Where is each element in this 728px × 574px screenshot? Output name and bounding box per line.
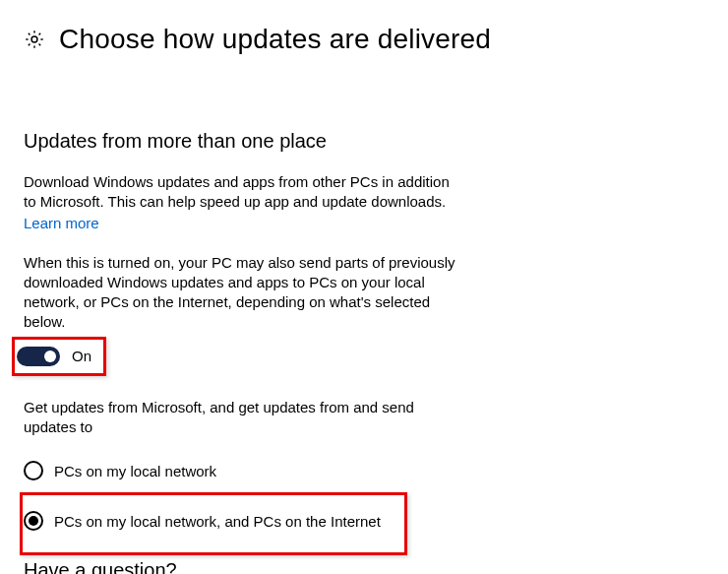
toggle-state-label: On [72,348,91,364]
radio-selected-dot [29,516,38,526]
radio-local-and-internet[interactable]: PCs on my local network, and PCs on the … [24,509,394,533]
radio-icon [24,461,43,480]
delivery-toggle[interactable] [17,347,60,366]
settings-page: Choose how updates are delivered Updates… [0,0,728,555]
gear-icon [24,29,45,50]
radio-highlight-box: PCs on my local network, and PCs on the … [20,492,407,555]
description-1: Download Windows updates and apps from o… [24,172,456,213]
page-title: Choose how updates are delivered [59,24,491,55]
svg-point-0 [31,36,37,42]
radio-label-local: PCs on my local network [54,463,216,479]
description-3: Get updates from Microsoft, and get upda… [24,398,456,438]
learn-more-link[interactable]: Learn more [24,215,99,231]
toggle-highlight-box: On [12,337,106,376]
radio-local-network[interactable]: PCs on my local network [24,459,704,482]
radio-label-internet: PCs on my local network, and PCs on the … [54,513,381,530]
have-a-question-heading: Have a question? [24,559,177,574]
section-title: Updates from more than one place [24,130,704,153]
toggle-knob [44,351,56,362]
radio-icon [24,511,43,531]
description-2: When this is turned on, your PC may also… [24,253,456,333]
page-header: Choose how updates are delivered [24,24,704,55]
